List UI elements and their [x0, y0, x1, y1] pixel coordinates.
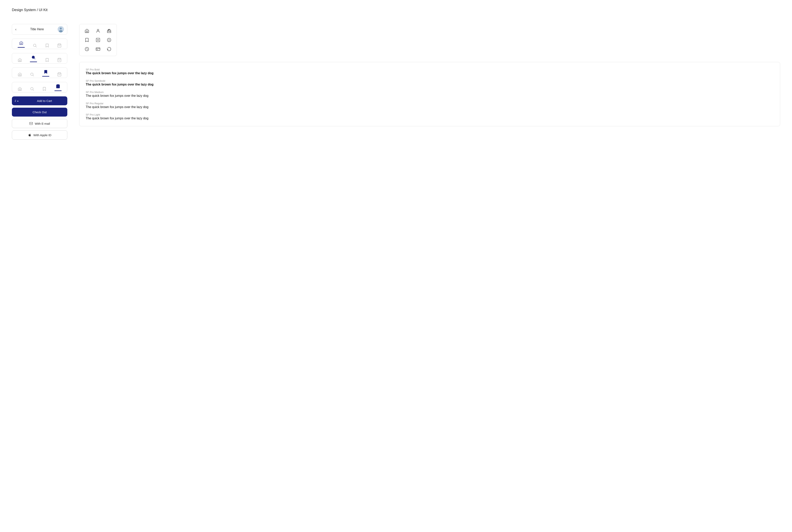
tab-bookmark-1[interactable]	[42, 43, 52, 48]
tab-cart-1[interactable]	[55, 43, 64, 48]
icon-row-1	[84, 28, 112, 34]
tab-bookmark-3[interactable]	[40, 70, 52, 77]
svg-line-13	[33, 90, 34, 91]
typography-box: SF Pro BoldThe quick brown fox jumps ove…	[79, 62, 780, 126]
type-sample: The quick brown fox jumps over the lazy …	[86, 94, 774, 98]
person-icon[interactable]	[95, 28, 101, 34]
svg-point-9	[31, 73, 33, 76]
nav-bar: ‹ Title Here	[12, 24, 67, 35]
svg-point-21	[107, 38, 111, 42]
apple-icon	[28, 133, 32, 137]
svg-line-10	[33, 75, 34, 76]
type-sample: The quick brown fox jumps over the lazy …	[86, 83, 774, 86]
type-entry: SF Pro RegularThe quick brown fox jumps …	[86, 102, 774, 109]
top-right	[79, 24, 780, 56]
tab-cart-3[interactable]	[55, 72, 64, 77]
email-icon	[29, 122, 33, 125]
main-layout: ‹ Title Here	[12, 24, 780, 139]
tab-home-2[interactable]	[15, 58, 24, 62]
add-to-cart-button[interactable]: Add to Cart	[22, 96, 67, 105]
svg-point-1	[60, 27, 62, 30]
svg-rect-15	[30, 122, 33, 125]
svg-point-3	[34, 44, 36, 47]
home-icon[interactable]	[84, 28, 90, 34]
tab-bar-1	[12, 39, 67, 49]
tab-home-4[interactable]	[15, 87, 24, 91]
type-entry: SF Pro SemiboldThe quick brown fox jumps…	[86, 79, 774, 86]
type-label: SF Pro Regular	[86, 102, 774, 105]
tab-cart-4[interactable]	[52, 84, 64, 91]
type-label: SF Pro Medium	[86, 91, 774, 94]
chevron-right-circle-icon[interactable]	[106, 37, 112, 43]
type-label: SF Pro Bold	[86, 68, 774, 71]
tab-bar-3	[12, 68, 67, 78]
tab-bar-2	[12, 53, 67, 63]
credit-card-icon[interactable]	[95, 46, 101, 52]
tab-cart-2[interactable]	[55, 58, 64, 62]
svg-line-4	[36, 46, 36, 47]
tab-home-3[interactable]	[15, 72, 24, 77]
page-title: Design System / UI Kit	[12, 8, 780, 12]
svg-rect-17	[107, 31, 111, 33]
left-panel: ‹ Title Here	[12, 24, 67, 139]
back-icon[interactable]: ‹	[15, 27, 16, 32]
tab-search-3[interactable]	[27, 72, 37, 77]
refresh-icon[interactable]	[106, 46, 112, 52]
type-entry: SF Pro BoldThe quick brown fox jumps ove…	[86, 68, 774, 75]
type-label: SF Pro Semibold	[86, 79, 774, 82]
type-sample: The quick brown fox jumps over the lazy …	[86, 72, 774, 75]
right-panel: SF Pro BoldThe quick brown fox jumps ove…	[79, 24, 780, 126]
apple-login-button[interactable]: With Apple ID	[12, 130, 67, 139]
svg-point-2	[59, 30, 62, 33]
quantity-arrow-icon: ▲	[17, 100, 19, 102]
tab-search-2[interactable]	[27, 55, 39, 62]
type-sample: The quick brown fox jumps over the lazy …	[86, 105, 774, 109]
tab-search-4[interactable]	[27, 87, 37, 91]
clock-icon[interactable]	[84, 46, 90, 52]
quantity-button[interactable]: 2 ▲	[12, 96, 22, 105]
add-to-cart-row: 2 ▲ Add to Cart	[12, 96, 67, 105]
tab-home-1[interactable]	[15, 41, 27, 48]
icon-row-3	[84, 46, 112, 52]
nav-title: Title Here	[30, 27, 44, 31]
svg-point-16	[97, 29, 99, 31]
share-icon[interactable]	[106, 28, 112, 34]
type-entry: SF Pro MediumThe quick brown fox jumps o…	[86, 91, 774, 98]
svg-line-7	[34, 58, 35, 59]
x-square-icon[interactable]	[95, 37, 101, 43]
tab-bar-4	[12, 82, 67, 92]
svg-point-12	[31, 88, 33, 90]
bookmark-icon[interactable]	[84, 37, 90, 43]
checkout-button[interactable]: Check Out	[12, 108, 67, 117]
avatar	[58, 26, 64, 33]
apple-label: With Apple ID	[34, 133, 52, 137]
icons-box	[79, 24, 117, 56]
email-label: With E-mail	[35, 122, 50, 125]
type-sample: The quick brown fox jumps over the lazy …	[86, 117, 774, 120]
type-entry: SF Pro LightThe quick brown fox jumps ov…	[86, 113, 774, 120]
email-login-button[interactable]: With E-mail	[12, 119, 67, 128]
tab-bookmark-4[interactable]	[40, 87, 49, 91]
type-label: SF Pro Light	[86, 113, 774, 116]
icon-row-2	[84, 37, 112, 43]
svg-rect-23	[96, 48, 100, 51]
tab-search-1[interactable]	[30, 43, 39, 48]
quantity-value: 2	[15, 99, 16, 102]
buttons-section: 2 ▲ Add to Cart Check Out With E-mail Wi…	[12, 96, 67, 139]
tab-bookmark-2[interactable]	[42, 58, 52, 62]
